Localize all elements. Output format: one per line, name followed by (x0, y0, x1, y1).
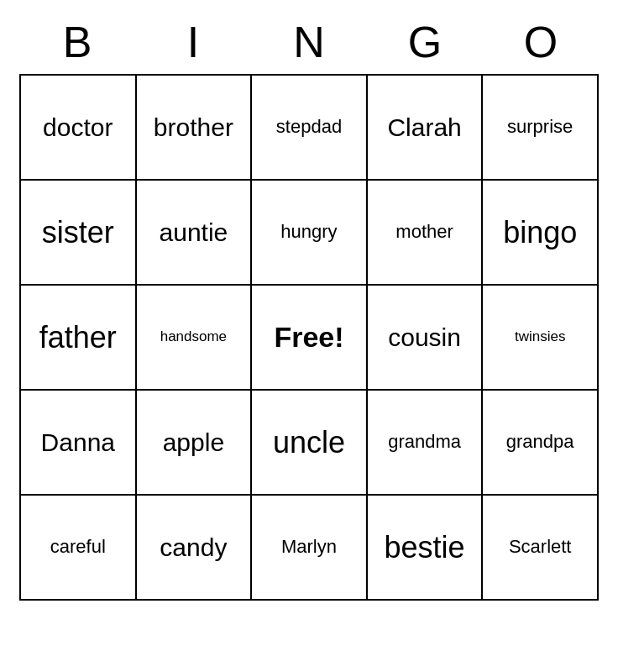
bingo-letter: G (367, 17, 483, 67)
cell-text: surprise (507, 116, 573, 138)
cell-text: hungry (280, 221, 337, 243)
bingo-cell[interactable]: Clarah (368, 76, 484, 181)
bingo-cell[interactable]: Danna (21, 391, 137, 496)
cell-text: sister (42, 214, 114, 250)
bingo-cell[interactable]: mother (368, 181, 484, 286)
bingo-cell[interactable]: candy (137, 496, 253, 601)
bingo-cell[interactable]: careful (21, 496, 137, 601)
bingo-cell[interactable]: uncle (252, 391, 368, 496)
bingo-cell[interactable]: Free! (252, 286, 368, 391)
bingo-cell[interactable]: brother (137, 76, 253, 181)
cell-text: careful (50, 536, 106, 558)
cell-text: Free! (274, 320, 343, 354)
bingo-header: BINGO (19, 17, 599, 67)
bingo-grid: doctorbrotherstepdadClarahsurprisesister… (19, 74, 599, 601)
cell-text: father (39, 319, 117, 355)
bingo-cell[interactable]: twinsies (483, 286, 599, 391)
bingo-cell[interactable]: surprise (483, 76, 599, 181)
bingo-cell[interactable]: stepdad (252, 76, 368, 181)
bingo-letter: O (483, 17, 599, 67)
bingo-cell[interactable]: doctor (21, 76, 137, 181)
bingo-cell[interactable]: apple (137, 391, 253, 496)
bingo-cell[interactable]: grandpa (483, 391, 599, 496)
cell-text: twinsies (515, 328, 565, 345)
cell-text: brother (154, 113, 233, 143)
cell-text: bestie (385, 529, 465, 565)
cell-text: grandma (388, 431, 461, 453)
bingo-letter: I (135, 17, 251, 67)
cell-text: stepdad (276, 116, 342, 138)
bingo-cell[interactable]: bestie (368, 496, 484, 601)
bingo-cell[interactable]: Marlyn (252, 496, 368, 601)
bingo-cell[interactable]: sister (21, 181, 137, 286)
cell-text: candy (160, 533, 227, 563)
bingo-cell[interactable]: cousin (368, 286, 484, 391)
cell-text: mother (395, 221, 453, 243)
bingo-cell[interactable]: hungry (252, 181, 368, 286)
bingo-letter: B (19, 17, 135, 67)
cell-text: bingo (503, 214, 577, 250)
cell-text: auntie (160, 218, 228, 248)
bingo-cell[interactable]: Scarlett (483, 496, 599, 601)
cell-text: handsome (160, 328, 227, 345)
cell-text: apple (163, 428, 224, 458)
bingo-cell[interactable]: father (21, 286, 137, 391)
cell-text: uncle (273, 424, 345, 460)
bingo-letter: N (251, 17, 367, 67)
bingo-cell[interactable]: auntie (137, 181, 253, 286)
cell-text: Clarah (387, 113, 461, 143)
bingo-cell[interactable]: bingo (483, 181, 599, 286)
cell-text: doctor (43, 113, 113, 143)
bingo-cell[interactable]: handsome (137, 286, 253, 391)
cell-text: grandpa (506, 431, 574, 453)
bingo-cell[interactable]: grandma (368, 391, 484, 496)
cell-text: Marlyn (281, 536, 337, 558)
cell-text: Danna (41, 428, 115, 458)
cell-text: Scarlett (509, 536, 572, 558)
cell-text: cousin (388, 323, 461, 353)
